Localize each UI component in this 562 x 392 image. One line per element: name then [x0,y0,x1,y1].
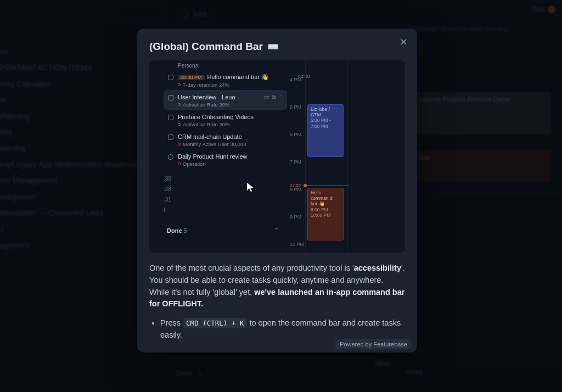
event-time: 5:00 PM - 7:00 PM [311,117,340,128]
close-icon: ✕ [400,36,408,48]
hour-label: 4 PM [290,77,301,82]
task-subtitle: Operation [168,160,283,167]
cursor-icon [245,181,257,195]
close-button[interactable]: ✕ [397,36,409,48]
hour-label: 6 PM [290,132,301,137]
checkbox-icon [168,95,173,100]
task-row: 08:00 PMHello command bar 👋 7-day retent… [164,70,287,90]
event-time: 8:00 PM - 10:00 PM [311,207,340,218]
hour-label: 7 PM [290,159,301,165]
preview-task-list: Personal 08:00 PMHello command bar 👋 7-d… [164,60,287,234]
now-time: 07:55 [290,183,301,188]
category-header: Personal [164,60,287,70]
done-count: 5 [184,227,187,234]
link-icon: ⧉ [272,94,276,100]
task-row: CRM mail-chain Update Monthly Active Use… [164,130,287,149]
repeat-icon [168,154,173,160]
done-toggle: Done 5 ⌃ [164,220,279,234]
task-row: Daily Product Hunt review Operation [164,149,287,169]
chevron-up-icon: ⌃ [274,227,279,234]
task-title: 08:00 PMHello command bar 👋 [168,74,283,81]
modal-title: (Global) Command Bar ⌨️ [137,29,417,60]
task-actions: ▭⧉⋮ [264,94,284,100]
keyboard-shortcut: CMD (CTRL) + K [183,318,247,328]
calendar-event-blue: Biz lobe / GTM 5:00 PM - 7:00 PM [307,104,344,157]
task-subtitle: Activation Rate 20% [168,120,283,127]
task-title: Daily Product Hunt review [168,153,283,160]
preview-image: Personal 08:00 PMHello command bar 👋 7-d… [149,60,405,253]
hour-label: 5 PM [290,104,301,110]
task-title: Produce Onboarding Videos [168,114,283,120]
done-label: Done [167,227,182,234]
calendar-icon: ▭ [264,94,269,100]
task-subtitle: Monthly Active User 30,000 [168,140,283,147]
time-pill: 08:00 PM [178,75,205,80]
more-icon: ⋮ [278,94,284,100]
announcement-modal: ✕ (Global) Command Bar ⌨️ Personal 08:00… [137,29,417,352]
hour-label: 9 PM [290,214,301,220]
now-dot-icon [304,184,307,187]
now-line [305,186,349,186]
modal-body: One of the most crucial aspects of any p… [137,253,417,313]
task-subtitle: 7-day retention 24% [168,81,283,88]
checkbox-icon [168,115,173,120]
task-subtitle: Activation Rate 20% [168,100,283,108]
event-title: Hello comman d bar 👋 [311,190,340,207]
checkbox-icon [168,135,173,140]
calendar-event-red: Hello comman d bar 👋 8:00 PM - 10:00 PM [307,188,344,240]
event-title: Biz lobe / GTM [311,107,340,117]
checkbox-icon [168,75,173,80]
hour-label: 10 PM [290,242,304,247]
modal-title-text: (Global) Command Bar [149,41,263,53]
powered-by-link[interactable]: Powered by Featurebase [335,339,412,349]
day-labels: .30 .28 .31 h [164,169,287,215]
preview-calendar: 4 PM 5 PM 6 PM 7 PM 8 PM 9 PM 10 PM Biz … [290,60,405,253]
task-row: Produce Onboarding Videos Activation Rat… [164,110,287,130]
keyboard-icon: ⌨️ [267,41,279,53]
task-row-selected: User Interview - Leuo Activation Rate 20… [164,90,287,110]
task-title: CRM mail-chain Update [168,133,283,140]
